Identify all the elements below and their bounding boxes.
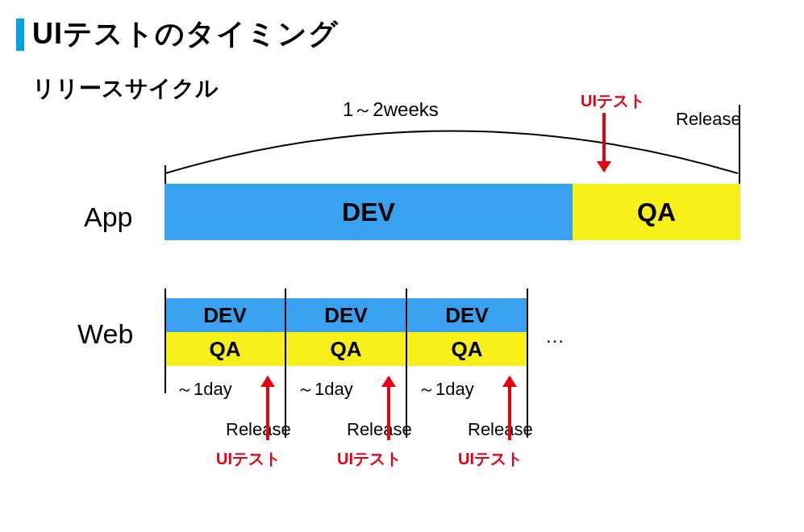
web-day-label-3: ～1day <box>418 377 474 401</box>
app-release-label: Release <box>676 109 741 130</box>
web-dev-bar-2: DEV <box>285 298 406 332</box>
web-dev-text-1: DEV <box>203 303 246 328</box>
web-ellipsis: … <box>545 325 564 347</box>
web-ui-test-label-3: UIテスト <box>458 448 523 470</box>
app-dev-text: DEV <box>342 197 395 227</box>
web-day-label-1: ～1day <box>176 377 232 401</box>
app-duration-label: 1～2weeks <box>343 97 439 123</box>
web-ui-test-arrow-1 <box>266 377 269 440</box>
row-label-app: App <box>84 202 133 233</box>
app-dev-bar: DEV <box>165 184 573 240</box>
web-dev-text-3: DEV <box>445 303 488 328</box>
app-qa-bar: QA <box>573 184 740 240</box>
web-qa-text-1: QA <box>210 337 241 362</box>
web-divider-2 <box>406 289 407 438</box>
web-qa-text-2: QA <box>331 337 362 362</box>
web-qa-bar-2: QA <box>285 332 406 366</box>
app-ui-test-arrow <box>602 113 606 171</box>
diagram-stage: 1～2weeks Release UIテスト App DEV QA Web DE… <box>0 0 804 532</box>
web-divider-3 <box>527 289 528 438</box>
web-ui-test-label-2: UIテスト <box>337 448 402 470</box>
web-dev-text-2: DEV <box>324 303 367 328</box>
web-release-1: Release <box>226 419 291 440</box>
web-day-label-2: ～1day <box>297 377 353 401</box>
row-label-web: Web <box>77 318 133 350</box>
web-ui-test-label-1: UIテスト <box>216 448 281 470</box>
web-divider-0 <box>165 289 166 393</box>
web-qa-bar-3: QA <box>406 332 527 366</box>
web-ui-test-arrow-2 <box>387 377 390 440</box>
web-dev-bar-1: DEV <box>165 298 285 332</box>
app-qa-text: QA <box>637 197 676 227</box>
web-qa-bar-1: QA <box>165 332 285 366</box>
arc-left-tick <box>165 165 166 185</box>
web-divider-1 <box>285 289 286 438</box>
app-ui-test-label: UIテスト <box>581 90 645 112</box>
duration-arc <box>161 113 742 177</box>
web-dev-bar-3: DEV <box>406 298 527 332</box>
web-release-3: Release <box>468 419 533 440</box>
web-ui-test-arrow-3 <box>508 377 511 440</box>
web-release-2: Release <box>347 419 412 440</box>
web-qa-text-3: QA <box>452 337 483 362</box>
